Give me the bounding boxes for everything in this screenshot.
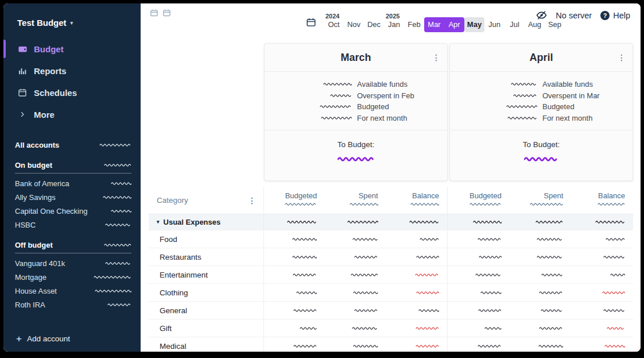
spent-cell[interactable] bbox=[510, 319, 572, 337]
account-item-roth-ira[interactable]: Roth IRA bbox=[3, 298, 141, 311]
privacy-eye-off-icon[interactable] bbox=[536, 10, 547, 21]
balance-cell[interactable] bbox=[571, 266, 633, 283]
category-row-gift[interactable]: Gift bbox=[149, 319, 633, 337]
budgeted-cell[interactable] bbox=[264, 302, 325, 319]
budgeted-cell[interactable] bbox=[264, 248, 325, 265]
category-row-clothing[interactable]: Clothing bbox=[149, 284, 633, 302]
category-row-food[interactable]: Food bbox=[149, 230, 633, 248]
spent-cell[interactable] bbox=[510, 284, 572, 301]
budgeted-cell[interactable] bbox=[448, 337, 510, 352]
budgeted-cell[interactable] bbox=[448, 266, 510, 283]
budgeted-cell[interactable] bbox=[264, 214, 325, 230]
budgeted-cell[interactable] bbox=[448, 230, 510, 248]
all-accounts-item[interactable]: All accounts bbox=[3, 138, 141, 152]
category-row-general[interactable]: General bbox=[149, 302, 633, 319]
category-name-cell[interactable]: General bbox=[149, 302, 264, 319]
spent-cell[interactable] bbox=[325, 266, 386, 283]
month-mar[interactable]: Mar bbox=[424, 17, 444, 32]
month-oct[interactable]: 2024Oct bbox=[324, 17, 344, 32]
balance-cell[interactable] bbox=[571, 248, 633, 265]
balance-cell[interactable] bbox=[386, 319, 447, 337]
two-month-view-icon[interactable] bbox=[162, 9, 171, 20]
month-nov[interactable]: Nov bbox=[344, 17, 364, 32]
to-budget-section[interactable]: To Budget: bbox=[265, 130, 447, 162]
category-name-cell[interactable]: Entertainment bbox=[149, 266, 264, 283]
account-item-hsbc[interactable]: HSBC bbox=[3, 218, 141, 232]
budgeted-cell[interactable] bbox=[448, 214, 510, 230]
spent-cell[interactable] bbox=[510, 214, 572, 230]
sidebar-item-reports[interactable]: Reports bbox=[3, 60, 141, 82]
budgeted-cell[interactable] bbox=[264, 266, 325, 283]
spent-cell[interactable] bbox=[510, 337, 572, 352]
balance-cell[interactable] bbox=[386, 248, 447, 265]
balance-cell[interactable] bbox=[386, 214, 447, 230]
budgeted-cell[interactable] bbox=[448, 319, 510, 337]
budget-switcher[interactable]: Test Budget ▾ bbox=[3, 16, 141, 29]
budgeted-cell[interactable] bbox=[264, 319, 325, 337]
help-button[interactable]: ? Help bbox=[600, 11, 630, 20]
budgeted-cell[interactable] bbox=[448, 248, 510, 265]
balance-cell[interactable] bbox=[571, 337, 633, 352]
month-apr[interactable]: Apr bbox=[444, 17, 464, 32]
spent-cell[interactable] bbox=[510, 230, 572, 248]
column-header-spent[interactable]: Spent bbox=[510, 187, 572, 214]
balance-cell[interactable] bbox=[571, 319, 633, 337]
month-may[interactable]: May bbox=[464, 17, 484, 32]
column-header-spent[interactable]: Spent bbox=[325, 187, 386, 214]
account-group-header-on-budget[interactable]: On budget bbox=[15, 161, 131, 174]
balance-cell[interactable] bbox=[386, 302, 447, 319]
account-item-house-asset[interactable]: House Asset bbox=[3, 284, 141, 298]
sidebar-item-schedules[interactable]: Schedules bbox=[3, 82, 141, 103]
add-account-button[interactable]: + Add account bbox=[3, 332, 141, 352]
spent-cell[interactable] bbox=[325, 319, 386, 337]
balance-cell[interactable] bbox=[386, 337, 447, 352]
month-jul[interactable]: Jul bbox=[505, 17, 525, 32]
category-name-cell[interactable]: Food bbox=[149, 230, 264, 248]
spent-cell[interactable] bbox=[510, 248, 572, 265]
month-feb[interactable]: Feb bbox=[404, 17, 424, 32]
budgeted-cell[interactable] bbox=[448, 302, 510, 319]
balance-cell[interactable] bbox=[571, 284, 633, 301]
server-status[interactable]: No server bbox=[556, 11, 592, 20]
column-header-balance[interactable]: Balance bbox=[571, 187, 633, 214]
spent-cell[interactable] bbox=[325, 230, 386, 248]
kebab-menu-icon[interactable]: ⋮ bbox=[618, 53, 626, 61]
balance-cell[interactable] bbox=[386, 266, 447, 283]
column-header-budgeted[interactable]: Budgeted bbox=[264, 187, 325, 214]
balance-cell[interactable] bbox=[386, 284, 447, 301]
budgeted-cell[interactable] bbox=[264, 230, 325, 248]
budgeted-cell[interactable] bbox=[448, 284, 510, 301]
account-item-ally-savings[interactable]: Ally Savings bbox=[3, 190, 141, 204]
category-group-name-cell[interactable]: ▾Usual Expenses bbox=[149, 214, 264, 230]
account-item-bank-of-america[interactable]: Bank of America bbox=[3, 176, 141, 190]
one-month-view-icon[interactable] bbox=[150, 9, 158, 20]
kebab-menu-icon[interactable]: ⋮ bbox=[248, 197, 256, 205]
account-item-mortgage[interactable]: Mortgage bbox=[3, 270, 141, 284]
category-name-cell[interactable]: Medical bbox=[149, 337, 264, 352]
spent-cell[interactable] bbox=[510, 266, 572, 283]
kebab-menu-icon[interactable]: ⋮ bbox=[432, 53, 440, 61]
balance-cell[interactable] bbox=[571, 230, 633, 248]
balance-cell[interactable] bbox=[571, 302, 633, 319]
sidebar-item-more[interactable]: More bbox=[3, 103, 141, 125]
account-item-capital-one-checking[interactable]: Capital One Checking bbox=[3, 204, 141, 218]
spent-cell[interactable] bbox=[325, 284, 386, 301]
category-name-cell[interactable]: Clothing bbox=[149, 284, 264, 301]
sidebar-item-budget[interactable]: Budget bbox=[3, 38, 141, 60]
category-row-medical[interactable]: Medical bbox=[149, 337, 633, 352]
account-item-vanguard-401k[interactable]: Vanguard 401k bbox=[3, 256, 141, 270]
month-picker-calendar-icon[interactable] bbox=[306, 17, 316, 30]
spent-cell[interactable] bbox=[325, 302, 386, 319]
spent-cell[interactable] bbox=[510, 302, 572, 319]
category-name-cell[interactable]: Gift bbox=[149, 319, 264, 337]
spent-cell[interactable] bbox=[325, 248, 386, 265]
balance-cell[interactable] bbox=[386, 230, 447, 248]
category-row-entertainment[interactable]: Entertainment bbox=[149, 266, 633, 284]
spent-cell[interactable] bbox=[325, 337, 386, 352]
spent-cell[interactable] bbox=[325, 214, 386, 230]
category-name-cell[interactable]: Restaurants bbox=[149, 248, 264, 265]
month-jun[interactable]: Jun bbox=[484, 17, 505, 32]
column-header-balance[interactable]: Balance bbox=[386, 187, 447, 214]
category-group-row[interactable]: ▾Usual Expenses bbox=[149, 214, 633, 230]
budgeted-cell[interactable] bbox=[264, 284, 325, 301]
